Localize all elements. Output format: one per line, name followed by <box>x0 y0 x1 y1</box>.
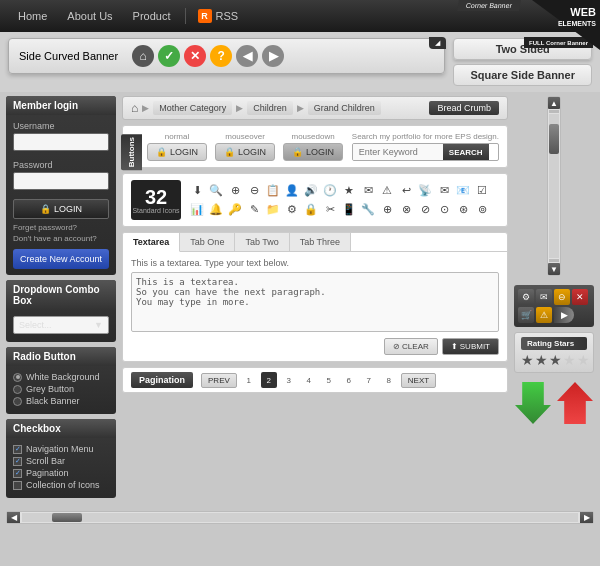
star-2[interactable]: ★ <box>535 352 548 368</box>
no-account-link[interactable]: Don't have an account? <box>13 234 109 243</box>
icon-email[interactable]: 📧 <box>455 183 471 199</box>
scroll-h-thumb[interactable] <box>52 513 82 522</box>
tab-two[interactable]: Tab Two <box>235 233 289 251</box>
icon-ring[interactable]: ⊚ <box>474 202 490 218</box>
icon-search-2[interactable]: ⊕ <box>227 183 243 199</box>
icon-clock[interactable]: 🕐 <box>322 183 338 199</box>
page-5[interactable]: 5 <box>321 372 337 388</box>
check-item-2[interactable]: ✓ Pagination <box>13 468 109 478</box>
scroll-track[interactable] <box>549 114 559 258</box>
check-item-3[interactable]: Collection of Icons <box>13 480 109 490</box>
next-page-button[interactable]: NEXT <box>401 373 436 388</box>
page-4[interactable]: 4 <box>301 372 317 388</box>
down-arrow[interactable] <box>515 382 551 424</box>
icon-wrench[interactable]: 🔧 <box>360 202 376 218</box>
bc-mother[interactable]: Mother Category <box>153 101 232 115</box>
submit-button[interactable]: ⬆ SUBMIT <box>442 338 499 355</box>
page-8[interactable]: 8 <box>381 372 397 388</box>
banner-check-icon[interactable]: ✓ <box>158 45 180 67</box>
login-button[interactable]: 🔒 LOGIN <box>13 199 109 219</box>
banner-prev-icon[interactable]: ◀ <box>236 45 258 67</box>
icon-download[interactable]: ⬇ <box>189 183 205 199</box>
btn-hover[interactable]: 🔒 LOGIN <box>215 143 275 161</box>
icon-user[interactable]: 👤 <box>284 183 300 199</box>
star-5[interactable]: ★ <box>577 352 590 368</box>
rss-button[interactable]: R RSS <box>190 9 247 23</box>
dropdown-select[interactable]: Select... ▼ <box>13 316 109 334</box>
check-item-0[interactable]: ✓ Navigation Menu <box>13 444 109 454</box>
password-input[interactable] <box>13 172 109 190</box>
breadcrumb-home-icon[interactable]: ⌂ <box>131 101 138 115</box>
textarea-field[interactable]: This is a textarea. So you can have the … <box>131 272 499 332</box>
nav-home[interactable]: Home <box>8 0 57 32</box>
icon-star[interactable]: ★ <box>341 183 357 199</box>
icon-search-3[interactable]: ⊖ <box>246 183 262 199</box>
scroll-down-arrow[interactable]: ▼ <box>548 263 560 275</box>
btn-down[interactable]: 🔒 LOGIN <box>283 143 343 161</box>
clear-button[interactable]: ⊘ CLEAR <box>384 338 438 355</box>
toolbar-warning-icon[interactable]: ⚠ <box>536 307 552 323</box>
icon-key[interactable]: 🔑 <box>227 202 243 218</box>
icon-chart[interactable]: 📊 <box>189 202 205 218</box>
icon-check[interactable]: ☑ <box>474 183 490 199</box>
tab-one[interactable]: Tab One <box>180 233 235 251</box>
icon-scissors[interactable]: ✂ <box>322 202 338 218</box>
icon-lock[interactable]: 🔒 <box>303 202 319 218</box>
banner-question-icon[interactable]: ? <box>210 45 232 67</box>
prev-page-button[interactable]: PREV <box>201 373 237 388</box>
scroll-up-arrow[interactable]: ▲ <box>548 97 560 109</box>
icon-rss[interactable]: 📡 <box>417 183 433 199</box>
username-input[interactable] <box>13 133 109 151</box>
toolbar-x-icon[interactable]: ✕ <box>572 289 588 305</box>
check-item-1[interactable]: ✓ Scroll Bar <box>13 456 109 466</box>
radio-item-2[interactable]: Black Banner <box>13 396 109 406</box>
toolbar-gear-icon[interactable]: ⚙ <box>518 289 534 305</box>
bc-grand[interactable]: Grand Children <box>308 101 381 115</box>
banner-home-icon[interactable]: ⌂ <box>132 45 154 67</box>
icon-mail[interactable]: ✉ <box>360 183 376 199</box>
scroll-left-arrow[interactable]: ◀ <box>7 512 20 523</box>
radio-item-1[interactable]: Grey Button <box>13 384 109 394</box>
forgot-password-link[interactable]: Forget password? <box>13 223 109 232</box>
banner-next-icon[interactable]: ▶ <box>262 45 284 67</box>
toolbar-arrow-icon[interactable]: ▶ <box>554 307 574 323</box>
icon-circle[interactable]: ⊙ <box>436 202 452 218</box>
icon-warning[interactable]: ⚠ <box>379 183 395 199</box>
icon-edit[interactable]: ✎ <box>246 202 262 218</box>
btn-normal[interactable]: 🔒 LOGIN <box>147 143 207 161</box>
create-account-button[interactable]: Create New Account <box>13 249 109 269</box>
banner-close-icon[interactable]: ✕ <box>184 45 206 67</box>
scroll-h-track[interactable] <box>22 513 578 522</box>
bc-children[interactable]: Children <box>247 101 293 115</box>
icon-reply[interactable]: ↩ <box>398 183 414 199</box>
star-4[interactable]: ★ <box>563 352 576 368</box>
icon-phone[interactable]: 📱 <box>341 202 357 218</box>
star-3[interactable]: ★ <box>549 352 562 368</box>
toolbar-minus-icon[interactable]: ⊖ <box>554 289 570 305</box>
search-input[interactable] <box>353 144 443 160</box>
page-1[interactable]: 1 <box>241 372 257 388</box>
icon-envelope[interactable]: ✉ <box>436 183 452 199</box>
star-1[interactable]: ★ <box>521 352 534 368</box>
icon-search-1[interactable]: 🔍 <box>208 183 224 199</box>
toolbar-cart-icon[interactable]: 🛒 <box>518 307 534 323</box>
icon-bell[interactable]: 🔔 <box>208 202 224 218</box>
scroll-thumb[interactable] <box>549 124 559 154</box>
icon-sound[interactable]: 🔊 <box>303 183 319 199</box>
page-3[interactable]: 3 <box>281 372 297 388</box>
page-2[interactable]: 2 <box>261 372 277 388</box>
page-7[interactable]: 7 <box>361 372 377 388</box>
toolbar-mail-icon[interactable]: ✉ <box>536 289 552 305</box>
up-arrow[interactable] <box>557 382 593 424</box>
tab-three[interactable]: Tab Three <box>290 233 351 251</box>
tab-textarea[interactable]: Textarea <box>123 233 180 252</box>
icon-plus[interactable]: ⊕ <box>379 202 395 218</box>
scroll-right-arrow[interactable]: ▶ <box>580 512 593 523</box>
vertical-scrollbar[interactable]: ▲ ▼ <box>547 96 561 276</box>
page-6[interactable]: 6 <box>341 372 357 388</box>
icon-slash[interactable]: ⊘ <box>417 202 433 218</box>
radio-item-0[interactable]: White Background <box>13 372 109 382</box>
icon-asterisk[interactable]: ⊛ <box>455 202 471 218</box>
icon-clipboard[interactable]: 📋 <box>265 183 281 199</box>
search-button[interactable]: SEARCH <box>443 144 489 160</box>
